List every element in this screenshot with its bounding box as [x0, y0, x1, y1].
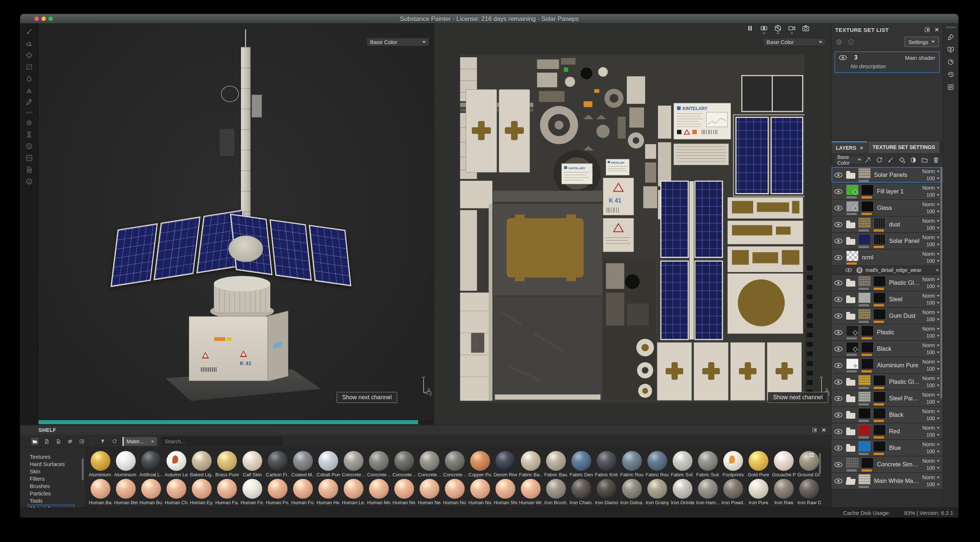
3d-model-solar-panel[interactable]: K 41: [38, 24, 434, 425]
color-picker-icon[interactable]: [25, 98, 33, 106]
dynamic-gear-icon[interactable]: [25, 119, 33, 127]
material-item[interactable]: Human Ch...: [165, 479, 188, 505]
paint-brush-icon[interactable]: [25, 28, 33, 36]
layer-visibility-icon[interactable]: [834, 363, 842, 368]
search-input[interactable]: [161, 437, 282, 446]
layers-scrollbar[interactable]: [940, 167, 942, 399]
material-item[interactable]: Iron Chain...: [570, 479, 593, 505]
material-item[interactable]: Concrete ...: [367, 451, 391, 477]
layer-mask-thumbnail[interactable]: [861, 325, 873, 336]
pause-icon[interactable]: [746, 24, 754, 32]
camera-video-button[interactable]: [788, 24, 796, 34]
layer-visibility-icon[interactable]: [834, 462, 842, 467]
layer-thumbnail[interactable]: [846, 359, 859, 369]
geometry-icon[interactable]: [774, 24, 782, 32]
material-item[interactable]: Baked Lig...: [190, 451, 213, 477]
layer-visibility-icon[interactable]: [834, 346, 842, 352]
shelf-category[interactable]: Particles: [27, 490, 75, 497]
opacity-dropdown[interactable]: 100: [926, 192, 940, 198]
layer-thumbnail[interactable]: [846, 250, 859, 261]
material-item[interactable]: Human He...: [317, 479, 340, 505]
material-item[interactable]: Aluminium ...: [114, 451, 138, 477]
camera-photo-icon[interactable]: [802, 24, 810, 32]
channel-dropdown-2d[interactable]: Base Color: [763, 38, 826, 46]
layer-row[interactable]: Glass Norm 100: [832, 200, 943, 217]
folder-fill-icon[interactable]: [31, 438, 38, 445]
material-item[interactable]: Denim Rivet: [494, 451, 517, 477]
shelf-category[interactable]: Brushes: [27, 483, 75, 490]
iray-icon[interactable]: [25, 166, 33, 174]
layer-visibility-icon[interactable]: [834, 239, 842, 244]
tab-texture-set-settings[interactable]: TEXTURE SET SETTINGS: [868, 141, 939, 153]
materials-scrollbar[interactable]: [819, 453, 821, 474]
layer-row[interactable]: Gum Dust Norm 100: [832, 308, 943, 324]
log-icon[interactable]: [947, 83, 955, 91]
settings-dropdown[interactable]: Settings: [904, 37, 939, 47]
layer-row[interactable]: Black Norm 100: [832, 341, 943, 357]
material-item[interactable]: Autumn Le...: [165, 451, 188, 477]
material-item[interactable]: Fabric Den...: [570, 451, 593, 477]
categories-scrollbar[interactable]: [82, 458, 84, 480]
remove-filter-icon[interactable]: ×: [151, 438, 154, 445]
layer-mask-thumbnail[interactable]: [873, 441, 886, 452]
layer-thumbnail[interactable]: [858, 234, 871, 245]
material-item[interactable]: Fabric Knit...: [595, 451, 618, 477]
layer-thumbnail[interactable]: [858, 474, 871, 485]
material-item[interactable]: Iron Ham...: [696, 479, 720, 505]
blend-mode-dropdown[interactable]: Norm: [923, 343, 940, 348]
blend-mode-dropdown[interactable]: Norm: [923, 392, 940, 398]
layer-visibility-icon[interactable]: [834, 445, 842, 451]
layer-visibility-icon[interactable]: [834, 313, 842, 319]
history-icon[interactable]: [947, 71, 955, 78]
opacity-dropdown[interactable]: 100: [926, 432, 940, 438]
layer-mask-thumbnail[interactable]: [861, 359, 873, 369]
layer-thumbnail[interactable]: [858, 408, 871, 419]
camera-video-icon[interactable]: [788, 24, 796, 32]
opacity-dropdown[interactable]: 100: [926, 383, 940, 388]
layer-thumbnail[interactable]: [846, 458, 859, 468]
layer-thumbnail[interactable]: [858, 375, 871, 386]
layer-mask-thumbnail[interactable]: [861, 201, 873, 212]
blend-mode-dropdown[interactable]: Norm: [923, 326, 940, 332]
blend-mode-dropdown[interactable]: Norm: [923, 475, 940, 480]
layer-effect-row[interactable]: S matfx_detail_edge_wear ×: [832, 266, 943, 275]
layer-thumbnail[interactable]: [846, 185, 859, 195]
layer-thumbnail[interactable]: [858, 276, 871, 287]
material-item[interactable]: Human Shi...: [494, 479, 517, 505]
layer-thumbnail[interactable]: [858, 309, 871, 320]
material-item[interactable]: Human Ne...: [393, 479, 416, 505]
expand-shelf-icon[interactable]: [811, 427, 818, 433]
shelf-category[interactable]: Skin: [27, 468, 75, 475]
material-item[interactable]: Human Mo...: [367, 479, 391, 505]
drag-handle[interactable]: [946, 26, 955, 28]
layer-row[interactable]: Plastic Norm 100: [832, 324, 943, 341]
view-toggle-button[interactable]: [760, 24, 768, 34]
layer-mask-thumbnail[interactable]: [861, 342, 873, 353]
material-item[interactable]: Cobalt Pure: [317, 451, 340, 477]
layer-thumbnail[interactable]: [858, 218, 871, 228]
material-item[interactable]: Fabric Bas...: [544, 451, 568, 477]
layer-visibility-icon[interactable]: [834, 330, 842, 335]
material-item[interactable]: Human Ey...: [190, 479, 213, 505]
blend-mode-dropdown[interactable]: Norm: [923, 309, 940, 315]
layer-row[interactable]: Blue Norm 100: [832, 440, 943, 456]
material-item[interactable]: Human Ba...: [89, 479, 112, 505]
close-panel-icon[interactable]: ×: [935, 26, 939, 33]
tsl-sync-icon[interactable]: [835, 38, 843, 46]
viewport-3d[interactable]: K 41 Base Color Y X Z Show next channel: [38, 24, 434, 425]
layer-mask-thumbnail[interactable]: [873, 375, 886, 386]
material-item[interactable]: Carbon Fi...: [266, 451, 290, 477]
layer-mask-thumbnail[interactable]: [861, 458, 873, 468]
material-item[interactable]: Fabric Ba...: [519, 451, 542, 477]
pause-button[interactable]: [746, 24, 754, 32]
texture-set-item[interactable]: 3 Main shader No description: [834, 51, 940, 73]
layer-row[interactable]: Black Norm 100: [832, 407, 943, 424]
layer-visibility-icon[interactable]: [834, 396, 842, 401]
layer-thumbnail[interactable]: [858, 168, 871, 179]
add-effect-icon[interactable]: [864, 156, 872, 164]
layer-row[interactable]: Aluminium Pure Norm 100: [832, 357, 943, 374]
layer-visibility-icon[interactable]: [834, 222, 842, 227]
substance-badge-icon[interactable]: S: [25, 142, 33, 150]
blend-mode-dropdown[interactable]: Norm: [923, 201, 940, 207]
opacity-dropdown[interactable]: 100: [926, 399, 940, 405]
